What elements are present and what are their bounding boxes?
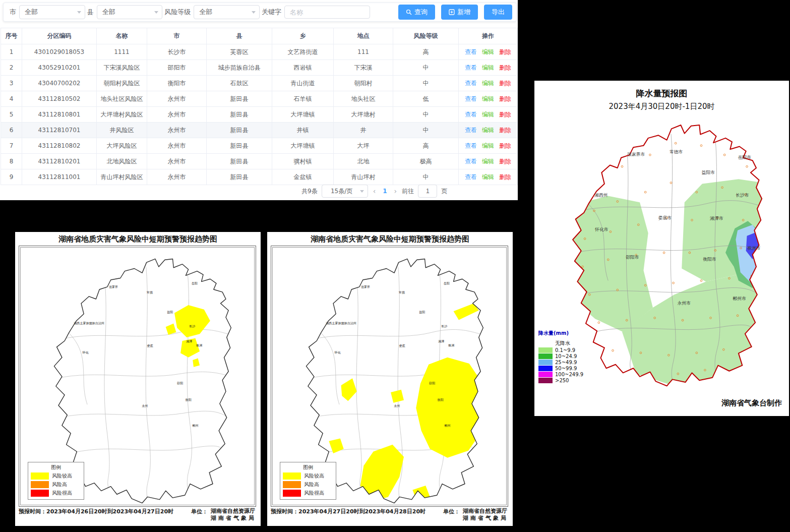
next-page-button[interactable]: › xyxy=(393,187,398,195)
city-filter-select[interactable]: 全部 xyxy=(19,5,85,19)
edit-link[interactable]: 编辑 xyxy=(482,127,494,134)
risk-table: 序号分区编码名称市县乡地点风险等级操作 143010290180531111长沙… xyxy=(1,28,518,185)
legend-item: 10~24.9 xyxy=(538,353,583,359)
edit-link[interactable]: 编辑 xyxy=(482,111,494,118)
city-label: 长沙市 xyxy=(736,193,749,198)
delete-link[interactable]: 删除 xyxy=(499,95,511,102)
legend-label: 无降水 xyxy=(555,340,570,347)
edit-link[interactable]: 编辑 xyxy=(482,64,494,71)
county-filter-select[interactable]: 全部 xyxy=(97,5,163,19)
add-icon xyxy=(449,9,455,15)
delete-link[interactable]: 删除 xyxy=(499,127,511,134)
city-label: 怀化 xyxy=(334,350,341,354)
unit-org-2: 湖南省气象局 xyxy=(211,515,256,522)
city-label: 衡阳 xyxy=(438,398,444,402)
cell-county: 芙蓉区 xyxy=(207,44,272,60)
edit-link[interactable]: 编辑 xyxy=(482,142,494,149)
rain-light-area xyxy=(568,196,653,332)
city-label: 永州 xyxy=(394,404,400,407)
goto-page-input[interactable] xyxy=(418,185,437,198)
cell-county: 新田县 xyxy=(207,123,272,138)
trend-map-footer: 预报时间：2023年04月26日20时到2023年04月27日20时 单位： 湖… xyxy=(19,508,256,522)
keyword-input[interactable] xyxy=(284,6,370,19)
city-filter-value: 全部 xyxy=(25,8,38,17)
rain-extreme-spot xyxy=(757,233,760,237)
edit-link[interactable]: 编辑 xyxy=(482,173,494,181)
view-link[interactable]: 查看 xyxy=(465,48,477,55)
cell-city: 永州市 xyxy=(147,154,207,169)
export-button[interactable]: 导出 xyxy=(484,5,512,20)
view-link[interactable]: 查看 xyxy=(465,111,477,118)
search-button[interactable]: 查询 xyxy=(398,5,435,20)
table-row: 843112810201北地风险区永州市新田县骥村镇北地极高查看编辑删除 xyxy=(1,154,518,169)
pagination: 共9条 15条/页 ‹ 1 › 前往 页 xyxy=(301,185,447,198)
view-link[interactable]: 查看 xyxy=(465,64,477,71)
cell-code: 43112810802 xyxy=(22,138,97,154)
cell-name: 朝阳村风险区 xyxy=(97,76,147,91)
delete-link[interactable]: 删除 xyxy=(499,64,511,71)
cell-code: 43112811001 xyxy=(22,169,97,185)
view-link[interactable]: 查看 xyxy=(465,95,477,102)
delete-link[interactable]: 删除 xyxy=(499,111,511,118)
cell-county: 城步苗族自治县 xyxy=(207,60,272,76)
edit-link[interactable]: 编辑 xyxy=(482,80,494,87)
city-label: 湘西土家族苗族自治州 xyxy=(74,321,104,325)
legend-label: >250 xyxy=(555,378,569,383)
edit-link[interactable]: 编辑 xyxy=(482,158,494,165)
view-link[interactable]: 查看 xyxy=(465,127,477,134)
prev-page-button[interactable]: ‹ xyxy=(372,187,377,195)
cell-county: 新田县 xyxy=(207,138,272,154)
legend-item: 50~99.9 xyxy=(538,366,583,371)
legend-swatch xyxy=(538,366,553,371)
city-label: 郴州 xyxy=(444,424,450,427)
table-row: 343040700202朝阳村风险区衡阳市石鼓区青山街道朝阳村中查看编辑删除 xyxy=(1,76,518,91)
goto-label: 前往 xyxy=(402,187,414,196)
legend-rows: 风险较高风险高风险很高 xyxy=(31,472,81,497)
legend-item: 风险很高 xyxy=(31,490,81,497)
city-label: 岳阳市 xyxy=(738,155,752,160)
delete-link[interactable]: 删除 xyxy=(499,173,511,181)
chevron-down-icon xyxy=(77,11,81,14)
edit-link[interactable]: 编辑 xyxy=(482,48,494,55)
city-label: 娄底市 xyxy=(658,215,672,220)
cell-city: 永州市 xyxy=(147,123,207,138)
risk-table-body: 143010290180531111长沙市芙蓉区文艺路街道111高查看编辑删除2… xyxy=(1,44,518,185)
cell-no: 9 xyxy=(1,169,22,185)
legend-swatch xyxy=(31,490,49,497)
screen: 市 全部 县 全部 风险等级 全部 关键字 查询 xyxy=(0,0,790,532)
delete-link[interactable]: 删除 xyxy=(499,158,511,165)
cell-code: 43112810502 xyxy=(22,91,97,107)
legend-item: 风险高 xyxy=(31,481,81,488)
precip-map-card: 降水量预报图 2023年4月30日20时-1日20时 湘西州张家界市常德市岳阳市… xyxy=(534,81,789,416)
legend-label: 25~49.9 xyxy=(555,360,577,365)
risk-level-filter-select[interactable]: 全部 xyxy=(194,5,260,19)
edit-link[interactable]: 编辑 xyxy=(482,95,494,102)
view-link[interactable]: 查看 xyxy=(465,173,477,181)
precip-legend: 降水量(mm) 无降水0.1~9.910~24.925~49.950~99.91… xyxy=(538,330,583,383)
city-label: 益阳 xyxy=(419,310,425,314)
delete-link[interactable]: 删除 xyxy=(499,80,511,87)
view-link[interactable]: 查看 xyxy=(465,142,477,149)
city-label: 株洲 xyxy=(196,343,202,347)
legend-label: 风险很高 xyxy=(304,490,324,497)
delete-link[interactable]: 删除 xyxy=(499,48,511,55)
view-link[interactable]: 查看 xyxy=(465,158,477,165)
view-link[interactable]: 查看 xyxy=(465,80,477,87)
current-page[interactable]: 1 xyxy=(381,188,389,195)
add-button[interactable]: 新增 xyxy=(441,5,478,20)
city-filter-label: 市 xyxy=(10,8,16,17)
city-label: 株洲 xyxy=(448,343,454,347)
cell-city: 衡阳市 xyxy=(147,76,207,91)
page-size-select[interactable]: 15条/页 xyxy=(322,185,368,198)
legend-rows: 无降水0.1~9.910~24.925~49.950~99.9100~249.9… xyxy=(538,340,583,383)
legend-item: 风险高 xyxy=(283,481,333,488)
cell-county: 石鼓区 xyxy=(207,76,272,91)
cell-city: 永州市 xyxy=(147,91,207,107)
delete-link[interactable]: 删除 xyxy=(499,142,511,149)
city-label: 永州市 xyxy=(678,301,691,306)
search-icon xyxy=(406,9,412,15)
cell-code: 43052910201 xyxy=(22,60,97,76)
column-header: 分区编码 xyxy=(22,28,97,44)
trend-map-footer: 预报时间：2023年04月27日20时到2023年04月28日20时 单位： 湖… xyxy=(271,508,508,522)
cell-code: 4301029018053 xyxy=(22,44,97,60)
